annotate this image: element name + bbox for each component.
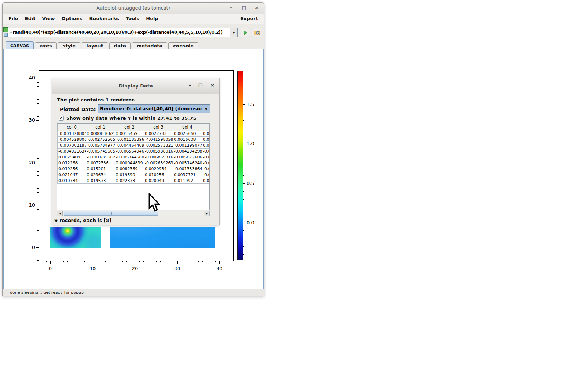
table-cell: -0.001328804... — [58, 131, 86, 137]
tab-layout[interactable]: layout — [82, 42, 108, 49]
table-cell: -0.0 — [202, 154, 210, 160]
table-cell: -0.002639263... — [144, 160, 173, 166]
table-row[interactable]: -0.004529800...-0.002752505...-0.0011853… — [58, 137, 210, 143]
data-table[interactable]: col 0col 1col 2col 3col 4 -0.001328804..… — [57, 123, 210, 210]
axis-tick — [169, 261, 169, 262]
table-cell: 0.019256 — [58, 166, 86, 172]
axis-tick — [243, 97, 244, 97]
window-titlebar[interactable]: Autoplot untagged (as tomcat) – □ × — [3, 3, 264, 14]
axis-tick — [243, 223, 245, 223]
table-row[interactable]: 0.0122680.00723860.000044839-0.002639263… — [58, 160, 210, 166]
axis-tick — [37, 188, 39, 189]
menu-help[interactable]: Help — [143, 14, 161, 23]
tab-data[interactable]: data — [109, 42, 131, 49]
plotted-data-select[interactable]: Renderer 0: dataset[40,40] (dimension...… — [98, 104, 210, 113]
menu-edit[interactable]: Edit — [22, 14, 39, 23]
menu-options[interactable]: Options — [58, 14, 86, 23]
table-row[interactable]: -0.007002187...-0.005784977...-0.0044644… — [58, 143, 210, 149]
table-cell: 0.00 — [202, 178, 210, 184]
plot-canvas[interactable]: Display Data – □ × The plot contains 1 r… — [3, 49, 264, 289]
dialog-titlebar[interactable]: Display Data – □ × — [52, 78, 219, 94]
scroll-right-arrow-icon[interactable]: ▶ — [204, 211, 209, 216]
menu-bookmarks[interactable]: Bookmarks — [86, 14, 123, 23]
table-cell: 0.019573 — [86, 178, 115, 184]
axis-tick — [67, 261, 68, 262]
table-row[interactable]: -0.001328804...0.0000836620.00154590.002… — [58, 131, 210, 137]
axis-tick — [76, 261, 76, 262]
table-cell: 0.010784 — [58, 178, 86, 184]
menu-tools[interactable]: Tools — [122, 14, 143, 23]
axis-tick — [37, 235, 39, 235]
table-cell: 0.0025409 — [58, 154, 86, 160]
axis-tick — [37, 171, 39, 172]
axis-tick — [202, 261, 203, 262]
axis-tick — [37, 222, 39, 222]
axis-tick — [36, 120, 39, 121]
table-cell: -0.002752505... — [86, 137, 115, 143]
filter-checkbox[interactable]: ✔ — [59, 116, 64, 121]
checkmark-icon: ✔ — [60, 115, 63, 120]
axis-tick — [36, 163, 39, 163]
window-close-icon[interactable]: × — [254, 4, 259, 11]
menu-expert[interactable]: Expert — [237, 14, 261, 23]
table-row[interactable]: 0.0025409-0.001689662...-0.005344580...-… — [58, 154, 210, 160]
table-row[interactable]: 0.0107840.0195730.0223730.0200490.011997… — [58, 178, 210, 184]
inspect-uri-button[interactable] — [252, 28, 261, 37]
dialog-close-icon[interactable]: × — [210, 82, 214, 88]
axis-tick — [198, 261, 199, 262]
dialog-maximize-icon[interactable]: □ — [198, 82, 203, 88]
tab-style[interactable]: style — [58, 42, 80, 49]
axis-tick — [224, 261, 224, 262]
table-cell: -0.005784977... — [86, 143, 115, 149]
table-cell: 0.0037721 — [173, 172, 202, 178]
play-icon — [243, 30, 248, 35]
menu-view[interactable]: View — [39, 14, 58, 23]
window-maximize-icon[interactable]: □ — [241, 4, 247, 11]
plotted-data-dropdown-arrow-icon[interactable]: ▼ — [202, 105, 210, 113]
axis-tick — [126, 261, 127, 262]
tab-console[interactable]: console — [168, 42, 198, 49]
table-cell: 0.010256 — [144, 172, 173, 178]
heatmap-patch-right — [110, 227, 215, 248]
axis-tick — [37, 256, 39, 256]
uri-input[interactable]: +rand(40,40)*(exp(-distance(40,40,20,20,… — [8, 28, 230, 37]
axis-tick — [165, 261, 165, 262]
plotted-data-value: Renderer 0: dataset[40,40] (dimension... — [98, 105, 202, 113]
dialog-minimize-icon[interactable]: – — [189, 82, 191, 88]
axis-tick — [243, 144, 245, 144]
axis-tick — [37, 230, 39, 231]
table-cell: -0.005344580... — [115, 154, 144, 160]
go-plot-button[interactable] — [241, 28, 250, 37]
tab-axes[interactable]: axes — [35, 42, 57, 49]
axis-tick — [211, 261, 211, 262]
table-cell: -0.004464469... — [115, 143, 144, 149]
table-cell: -0.001689662... — [86, 154, 115, 160]
axis-tick — [37, 243, 39, 243]
plotted-data-label: Plotted Data: — [60, 107, 96, 112]
scrollbar-thumb[interactable] — [64, 211, 158, 216]
table-horizontal-scrollbar[interactable]: ◀ ▶ — [57, 211, 210, 216]
uri-dropdown-arrow-icon[interactable]: ▼ — [230, 28, 237, 37]
axis-tick — [243, 199, 244, 200]
window-minimize-icon[interactable]: – — [229, 4, 234, 11]
axis-tick — [243, 191, 244, 192]
window-title: Autoplot untagged (as tomcat) — [3, 5, 264, 11]
table-row[interactable]: -0.004921634...-0.005749665...-0.0065649… — [58, 149, 210, 154]
table-cell: 0.0016608 — [173, 137, 202, 143]
table-cell: -0.0 — [202, 166, 210, 172]
menu-file[interactable]: File — [5, 14, 22, 23]
axis-tick — [37, 125, 39, 125]
table-cell: 0.019590 — [115, 172, 144, 178]
table-cell: -0.006859316... — [144, 154, 173, 160]
tab-metadata[interactable]: metadata — [132, 42, 167, 49]
axis-tick — [37, 184, 39, 184]
tab-canvas[interactable]: canvas — [6, 41, 34, 49]
table-row[interactable]: 0.0192560.0152010.00823690.0029934-0.001… — [58, 166, 210, 172]
uri-combobox[interactable]: +rand(40,40)*(exp(-distance(40,40,20,20,… — [8, 28, 238, 37]
scroll-left-arrow-icon[interactable]: ◀ — [57, 211, 63, 216]
table-row[interactable]: 0.0210470.0236340.0195900.0102560.003772… — [58, 172, 210, 178]
table-cell: -0.006564946... — [115, 149, 144, 154]
axis-tick — [37, 180, 39, 180]
axis-tick — [243, 254, 244, 255]
table-cell: -0.001185396... — [115, 137, 144, 143]
